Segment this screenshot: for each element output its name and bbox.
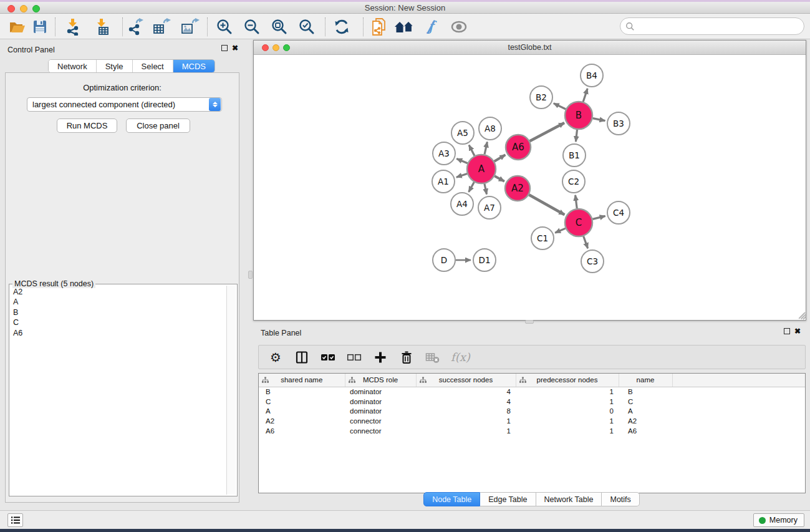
- result-list-scrollbar[interactable]: [226, 286, 236, 495]
- table-cell[interactable]: 1: [416, 416, 516, 426]
- search-input[interactable]: [635, 22, 791, 31]
- export-network-button[interactable]: [125, 16, 147, 37]
- float-table-panel-icon[interactable]: [784, 328, 790, 334]
- close-panel-icon[interactable]: ✖: [232, 45, 238, 51]
- table-row[interactable]: A6connector11A6: [259, 426, 806, 436]
- table-cell[interactable]: A2: [619, 416, 672, 426]
- mcds-result-item[interactable]: C: [11, 317, 225, 327]
- network-zoom-traffic-light[interactable]: [283, 44, 290, 51]
- graph-edge-A6-B[interactable]: [530, 123, 564, 141]
- clone-network-button[interactable]: [368, 16, 390, 37]
- graph-edge-A-A6[interactable]: [494, 155, 506, 162]
- zoom-out-button[interactable]: [241, 16, 263, 37]
- network-canvas[interactable]: AA1A3A4A5A7A8A6A2BB1B2B3B4CC1C2C3C4DD1: [254, 55, 806, 320]
- open-file-button[interactable]: [6, 16, 29, 37]
- graph-edge-B-B3[interactable]: [593, 118, 605, 121]
- minimize-traffic-light[interactable]: [20, 5, 27, 12]
- network-close-traffic-light[interactable]: [262, 44, 269, 51]
- graph-edge-A-A3[interactable]: [456, 158, 468, 163]
- graph-edge-A-A4[interactable]: [469, 182, 475, 192]
- mcds-result-item[interactable]: A: [11, 297, 225, 307]
- column-header-shared-name[interactable]: shared name: [259, 374, 345, 387]
- table-cell[interactable]: A2: [259, 416, 345, 426]
- import-table-button[interactable]: [91, 16, 113, 37]
- save-session-button[interactable]: [29, 16, 51, 37]
- graph-edge-C-C1[interactable]: [555, 228, 566, 233]
- delete-table-button[interactable]: [425, 349, 441, 365]
- search-field[interactable]: [620, 17, 804, 35]
- table-cell[interactable]: 0: [516, 407, 619, 417]
- network-window-titlebar[interactable]: testGlobe.txt: [254, 41, 806, 55]
- table-cell[interactable]: C: [259, 397, 345, 407]
- network-minimize-traffic-light[interactable]: [272, 44, 279, 51]
- table-cell[interactable]: 4: [416, 397, 516, 407]
- mcds-result-item[interactable]: B: [11, 307, 225, 317]
- graph-edge-B-B2[interactable]: [554, 104, 566, 109]
- table-cell[interactable]: 1: [516, 426, 619, 436]
- graph-edge-A-A7[interactable]: [485, 183, 487, 194]
- function-builder-button[interactable]: f(x): [451, 351, 470, 364]
- table-tab-edge-table[interactable]: Edge Table: [480, 492, 536, 506]
- table-cell[interactable]: A6: [259, 426, 345, 436]
- create-column-button[interactable]: [372, 349, 388, 365]
- table-cell[interactable]: dominator: [345, 397, 416, 407]
- table-cell[interactable]: dominator: [345, 407, 416, 417]
- window-resize-grip[interactable]: [797, 311, 805, 319]
- deselect-all-rows-button[interactable]: [346, 349, 362, 365]
- zoom-fit-button[interactable]: [268, 16, 291, 37]
- run-mcds-button[interactable]: Run MCDS: [57, 118, 117, 133]
- export-table-button[interactable]: [151, 16, 173, 37]
- control-tab-mcds[interactable]: MCDS: [173, 60, 215, 72]
- close-panel-button[interactable]: Close panel: [126, 118, 190, 133]
- export-image-button[interactable]: [179, 16, 201, 37]
- toggle-graphics-details-button[interactable]: ƒ: [420, 16, 442, 37]
- graph-edge-B-B1[interactable]: [576, 130, 577, 142]
- graph-edge-A-A5[interactable]: [469, 145, 475, 156]
- task-history-button[interactable]: [7, 513, 23, 527]
- graph-edge-C-C2[interactable]: [576, 195, 577, 208]
- graph-edge-B-B4[interactable]: [583, 89, 587, 102]
- float-panel-icon[interactable]: [221, 45, 228, 51]
- table-cell[interactable]: A: [259, 407, 345, 417]
- table-row[interactable]: Bdominator41B: [259, 387, 806, 397]
- select-all-rows-button[interactable]: [320, 349, 336, 365]
- column-header-MCDS-role[interactable]: MCDS role: [345, 374, 416, 387]
- node-table[interactable]: shared nameMCDS rolesuccessor nodesprede…: [258, 373, 806, 493]
- column-header-successor-nodes[interactable]: successor nodes: [416, 374, 516, 387]
- table-cell[interactable]: 1: [516, 397, 619, 407]
- column-header-predecessor-nodes[interactable]: predecessor nodes: [516, 374, 619, 387]
- control-tab-style[interactable]: Style: [97, 60, 133, 72]
- table-cell[interactable]: A: [619, 407, 672, 417]
- control-tab-network[interactable]: Network: [49, 60, 97, 72]
- memory-button[interactable]: Memory: [753, 513, 804, 527]
- mcds-result-item[interactable]: A6: [11, 328, 225, 338]
- refresh-button[interactable]: [330, 16, 353, 37]
- table-cell[interactable]: A6: [619, 426, 672, 436]
- table-tab-network-table[interactable]: Network Table: [536, 492, 602, 506]
- table-cell[interactable]: B: [619, 387, 672, 397]
- vertical-split-handle[interactable]: [248, 271, 253, 279]
- graph-edge-A-A2[interactable]: [494, 176, 504, 181]
- import-network-button[interactable]: [62, 16, 85, 37]
- table-cell[interactable]: connector: [345, 426, 416, 436]
- table-cell[interactable]: 4: [416, 387, 516, 397]
- table-cell[interactable]: B: [259, 387, 345, 397]
- zoom-traffic-light[interactable]: [32, 5, 40, 12]
- table-cell[interactable]: 1: [516, 416, 619, 426]
- show-column-panel-button[interactable]: [294, 349, 310, 365]
- column-header-name[interactable]: name: [619, 374, 672, 387]
- table-cell[interactable]: C: [619, 397, 672, 407]
- zoom-in-button[interactable]: [213, 16, 236, 37]
- close-traffic-light[interactable]: [7, 5, 15, 12]
- table-settings-button[interactable]: ⚙: [268, 349, 284, 365]
- table-cell[interactable]: dominator: [345, 387, 416, 397]
- table-row[interactable]: Adominator80A: [259, 407, 806, 417]
- table-row[interactable]: Cdominator41C: [259, 397, 806, 407]
- table-row[interactable]: A2connector11A2: [259, 416, 806, 426]
- horizontal-split-handle[interactable]: [525, 320, 534, 324]
- delete-columns-button[interactable]: [398, 349, 415, 365]
- table-tab-node-table[interactable]: Node Table: [423, 492, 480, 506]
- graph-edge-A2-C[interactable]: [529, 195, 564, 215]
- toggle-birds-eye-view-button[interactable]: [448, 16, 470, 37]
- show-all-networks-button[interactable]: [393, 16, 415, 37]
